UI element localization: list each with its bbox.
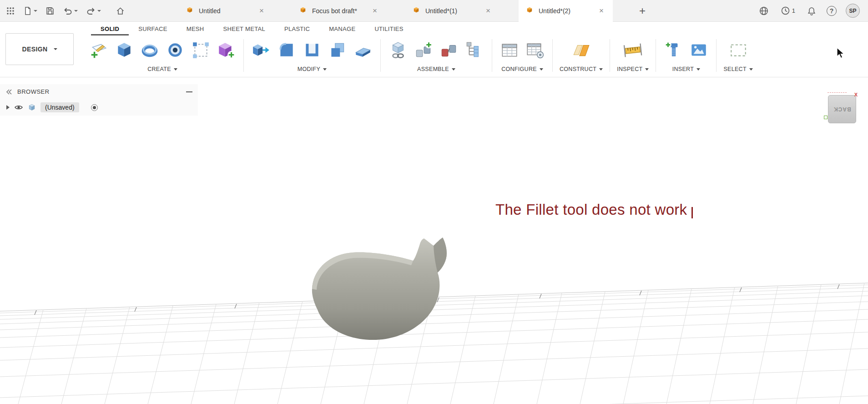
assemble-dropdown[interactable]: ASSEMBLE xyxy=(417,64,455,72)
create-form-button[interactable] xyxy=(216,40,237,61)
save-icon[interactable] xyxy=(44,3,56,19)
insert-canvas-button[interactable] xyxy=(688,40,709,61)
tab-manage[interactable]: MANAGE xyxy=(319,23,365,35)
select-dropdown[interactable]: SELECT xyxy=(723,64,752,72)
extensions-globe-icon[interactable] xyxy=(757,3,770,19)
chevron-down-icon xyxy=(54,48,57,50)
document-tab-untitled-1[interactable]: Untitled*(1) xyxy=(405,0,500,22)
home-icon[interactable] xyxy=(114,3,126,19)
redo-icon[interactable] xyxy=(85,3,102,19)
new-component-button[interactable] xyxy=(388,40,409,61)
component-tree-icon xyxy=(465,40,484,60)
tab-solid[interactable]: SOLID xyxy=(91,23,129,35)
job-status-clock-icon[interactable]: 1 xyxy=(779,3,797,19)
offset-face-button[interactable] xyxy=(353,40,373,61)
collapse-panel-icon[interactable] xyxy=(5,88,13,96)
tab-label: Untitled*(2) xyxy=(539,7,570,15)
tab-label: Focus bot draft* xyxy=(312,7,357,15)
document-cube-icon xyxy=(299,6,307,15)
tab-plastic[interactable]: PLASTIC xyxy=(275,23,319,35)
tab-utilities[interactable]: UTILITIES xyxy=(365,23,413,35)
fillet-button[interactable] xyxy=(276,40,297,61)
chevron-down-icon xyxy=(749,68,753,71)
insert-canvas-icon xyxy=(689,40,708,60)
tab-close-icon[interactable] xyxy=(371,7,379,15)
document-cube-icon xyxy=(526,6,533,15)
shell-button[interactable] xyxy=(302,40,323,61)
tab-surface[interactable]: SURFACE xyxy=(129,23,177,35)
chevron-down-icon xyxy=(540,68,543,71)
press-pull-icon xyxy=(252,40,271,60)
inspect-dropdown[interactable]: INSPECT xyxy=(617,64,649,72)
browser-panel: BROWSER (Unsaved) xyxy=(0,84,198,116)
view-cube-face-label: BACK xyxy=(833,106,851,112)
whale-model[interactable] xyxy=(305,234,455,346)
document-tab-untitled-2-active[interactable]: Untitled*(2) xyxy=(519,0,613,22)
visibility-eye-icon[interactable] xyxy=(14,103,23,112)
document-tab-untitled[interactable]: Untitled xyxy=(179,0,273,22)
new-tab-button[interactable] xyxy=(632,0,653,22)
document-tab-focus-bot-draft[interactable]: Focus bot draft* xyxy=(292,0,386,22)
chevron-down-icon xyxy=(97,10,101,12)
toolbar-group-construct: CONSTRUCT xyxy=(554,35,608,77)
browser-root-item[interactable]: (Unsaved) xyxy=(0,99,198,116)
document-name-label[interactable]: (Unsaved) xyxy=(40,102,79,112)
group-divider xyxy=(492,39,492,72)
combine-button[interactable] xyxy=(327,40,348,61)
insert-dropdown[interactable]: INSERT xyxy=(672,64,700,72)
tab-label: Untitled*(1) xyxy=(425,7,457,15)
pattern-button[interactable] xyxy=(190,40,211,61)
revolve-button[interactable] xyxy=(139,40,160,61)
expand-node-icon[interactable] xyxy=(6,105,10,110)
toolbar-group-assemble: ASSEMBLE xyxy=(382,35,490,77)
as-built-joint-button[interactable] xyxy=(439,40,459,61)
component-tree-button[interactable] xyxy=(464,40,485,61)
create-sketch-button[interactable] xyxy=(88,40,109,61)
chevron-down-icon xyxy=(645,68,649,71)
workspace-selector-button[interactable]: DESIGN xyxy=(5,33,74,65)
document-cube-icon xyxy=(413,6,420,15)
notifications-bell-icon[interactable] xyxy=(806,3,818,19)
activate-component-radio[interactable] xyxy=(91,104,98,111)
joint-button[interactable] xyxy=(413,40,434,61)
create-dropdown[interactable]: CREATE xyxy=(147,64,177,72)
press-pull-button[interactable] xyxy=(251,40,272,61)
as-built-joint-icon xyxy=(439,40,459,60)
tab-mesh[interactable]: MESH xyxy=(177,23,214,35)
top-bar-right: 1 SP xyxy=(757,3,868,19)
view-cube[interactable]: BACK X xyxy=(828,95,856,123)
modify-dropdown[interactable]: MODIFY xyxy=(298,64,327,72)
extrude-button[interactable] xyxy=(114,40,135,61)
group-divider xyxy=(243,39,244,72)
construct-plane-button[interactable] xyxy=(571,40,592,61)
tab-close-icon[interactable] xyxy=(484,7,492,15)
chevron-down-icon xyxy=(174,68,177,71)
tab-close-icon[interactable] xyxy=(257,7,266,15)
undo-icon[interactable] xyxy=(61,3,79,19)
configuration-table-button[interactable] xyxy=(525,40,545,61)
tab-close-icon[interactable] xyxy=(597,7,606,15)
configure-dropdown[interactable]: CONFIGURE xyxy=(501,64,543,72)
configuration-table-icon xyxy=(525,40,545,60)
viewport-canvas[interactable]: The Fillet tool does not work BACK X BRO… xyxy=(0,77,868,404)
measure-button[interactable] xyxy=(622,40,643,61)
create-form-icon xyxy=(217,40,236,60)
select-button[interactable] xyxy=(728,40,749,61)
configure-button[interactable] xyxy=(499,40,520,61)
apps-grid-icon[interactable] xyxy=(5,3,16,19)
file-menu-icon[interactable] xyxy=(22,3,39,19)
sketch-text-annotation[interactable]: The Fillet tool does not work xyxy=(495,201,693,218)
insert-design-button[interactable] xyxy=(663,40,684,61)
hole-button[interactable] xyxy=(165,40,186,61)
top-bar: Untitled Focus bot draft* xyxy=(0,0,868,22)
tab-sheet-metal[interactable]: SHEET METAL xyxy=(214,23,275,35)
minimize-browser-icon[interactable] xyxy=(186,91,192,92)
select-box-icon xyxy=(729,40,748,60)
configure-icon xyxy=(500,40,519,60)
construct-dropdown[interactable]: CONSTRUCT xyxy=(560,64,603,72)
avatar[interactable]: SP xyxy=(846,4,860,18)
help-icon[interactable] xyxy=(827,6,837,16)
toolbar-group-modify: MODIFY xyxy=(245,35,379,77)
toolbar-group-create: CREATE xyxy=(83,35,242,77)
group-divider xyxy=(716,39,717,72)
